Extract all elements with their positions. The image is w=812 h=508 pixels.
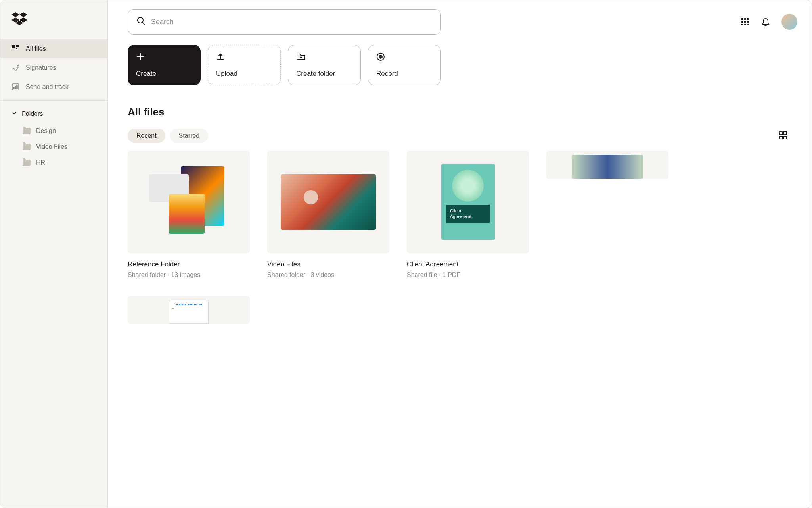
card-title: Video Files <box>267 260 389 268</box>
card-subtitle: Shared file · 1 PDF <box>407 271 529 279</box>
create-folder-button[interactable]: Create folder <box>288 45 361 85</box>
action-label: Record <box>376 70 433 78</box>
upload-icon <box>216 52 226 62</box>
folder-video-files[interactable]: Video Files <box>0 139 107 155</box>
card-client-agreement[interactable]: Client Agreement Client Agreement Shared… <box>407 151 529 279</box>
nav-send-track[interactable]: Send and track <box>0 77 107 96</box>
action-label: Upload <box>216 70 272 78</box>
nav-signatures[interactable]: Signatures <box>0 58 107 77</box>
folder-icon <box>23 160 31 166</box>
thumbnail-art <box>572 155 643 179</box>
search-icon <box>137 17 146 27</box>
card-title: Reference Folder <box>128 260 250 268</box>
svg-rect-12 <box>741 21 743 23</box>
svg-rect-26 <box>779 136 782 139</box>
filter-recent[interactable]: Recent <box>128 129 165 143</box>
card-thumbnail: Business Letter Format —— <box>128 296 250 324</box>
action-label: Create <box>136 70 192 78</box>
card-item-5[interactable]: Business Letter Format —— <box>128 296 250 324</box>
grid-view-icon[interactable] <box>779 131 788 140</box>
signatures-icon <box>11 64 19 72</box>
doc-label: Client Agreement <box>446 205 490 223</box>
cards-grid: Reference Folder Shared folder · 13 imag… <box>108 151 812 336</box>
doc-label-line: Client <box>450 208 486 214</box>
action-bar: Create Upload Create folder Record <box>108 38 812 89</box>
notifications-bell-icon[interactable] <box>761 17 770 27</box>
nav-all-files[interactable]: All files <box>0 39 107 58</box>
create-button[interactable]: Create <box>128 45 201 85</box>
apps-grid-icon[interactable] <box>740 17 750 27</box>
filter-row: Recent Starred <box>108 122 812 151</box>
dropbox-logo-icon[interactable] <box>11 20 27 27</box>
svg-rect-16 <box>744 24 746 25</box>
card-thumbnail <box>267 151 389 253</box>
action-label: Create folder <box>296 70 352 78</box>
sidebar-divider <box>0 100 107 101</box>
thumbnail-art <box>149 166 228 238</box>
svg-rect-9 <box>741 18 743 20</box>
nav-label: All files <box>26 45 46 52</box>
svg-line-8 <box>142 22 145 25</box>
chevron-down-icon <box>11 110 17 117</box>
svg-rect-4 <box>13 87 14 89</box>
card-title: Client Agreement <box>407 260 529 268</box>
svg-rect-10 <box>744 18 746 20</box>
card-item-4[interactable] <box>546 151 668 279</box>
all-files-icon <box>11 45 19 53</box>
thumbnail-art <box>281 174 376 230</box>
topbar-icons <box>740 14 797 30</box>
svg-rect-6 <box>17 85 17 89</box>
card-reference-folder[interactable]: Reference Folder Shared folder · 13 imag… <box>128 151 250 279</box>
send-track-icon <box>11 83 19 91</box>
folders-header[interactable]: Folders <box>0 105 107 123</box>
page-title: All files <box>108 89 812 122</box>
upload-button[interactable]: Upload <box>208 45 281 85</box>
user-avatar[interactable] <box>781 14 797 30</box>
record-icon <box>376 52 386 62</box>
app-window: All files Signatures Send and track Fold… <box>0 0 812 508</box>
search-input[interactable] <box>151 18 432 26</box>
search-box[interactable] <box>128 9 441 35</box>
main-content: Create Upload Create folder Record <box>108 0 812 508</box>
svg-point-23 <box>379 55 382 58</box>
svg-rect-0 <box>12 45 15 48</box>
svg-rect-25 <box>784 132 787 135</box>
svg-rect-27 <box>784 136 787 139</box>
sidebar: All files Signatures Send and track Fold… <box>0 0 108 508</box>
doc-label-line: Agreement <box>450 214 486 219</box>
card-subtitle: Shared folder · 13 images <box>128 271 250 279</box>
thumbnail-art: Business Letter Format —— <box>169 300 209 324</box>
record-button[interactable]: Record <box>368 45 441 85</box>
svg-rect-13 <box>744 21 746 23</box>
svg-rect-2 <box>16 48 17 49</box>
svg-rect-15 <box>741 24 743 25</box>
folder-hr[interactable]: HR <box>0 155 107 171</box>
folders-header-label: Folders <box>22 110 43 117</box>
folder-icon <box>23 144 31 150</box>
folder-design[interactable]: Design <box>0 123 107 139</box>
nav-label: Signatures <box>26 64 56 71</box>
letter-heading: Business Letter Format <box>172 303 206 307</box>
logo-area <box>0 0 107 39</box>
folder-label: Video Files <box>36 143 67 150</box>
folder-icon <box>23 128 31 134</box>
card-thumbnail <box>128 151 250 253</box>
folder-label: HR <box>36 159 45 166</box>
filter-starred[interactable]: Starred <box>170 129 208 143</box>
svg-rect-1 <box>16 45 19 47</box>
svg-point-7 <box>138 17 143 23</box>
nav-label: Send and track <box>26 83 69 90</box>
plus-icon <box>136 52 146 62</box>
svg-rect-5 <box>15 86 16 89</box>
card-thumbnail: Client Agreement <box>407 151 529 253</box>
svg-rect-14 <box>747 21 749 23</box>
card-video-files[interactable]: Video Files Shared folder · 3 videos <box>267 151 389 279</box>
svg-rect-17 <box>747 24 749 25</box>
topbar <box>108 0 812 38</box>
nav-section: All files Signatures Send and track <box>0 39 107 96</box>
card-subtitle: Shared folder · 3 videos <box>267 271 389 279</box>
card-thumbnail <box>546 151 668 179</box>
svg-rect-24 <box>779 132 782 135</box>
svg-rect-11 <box>747 18 749 20</box>
folder-label: Design <box>36 127 56 135</box>
